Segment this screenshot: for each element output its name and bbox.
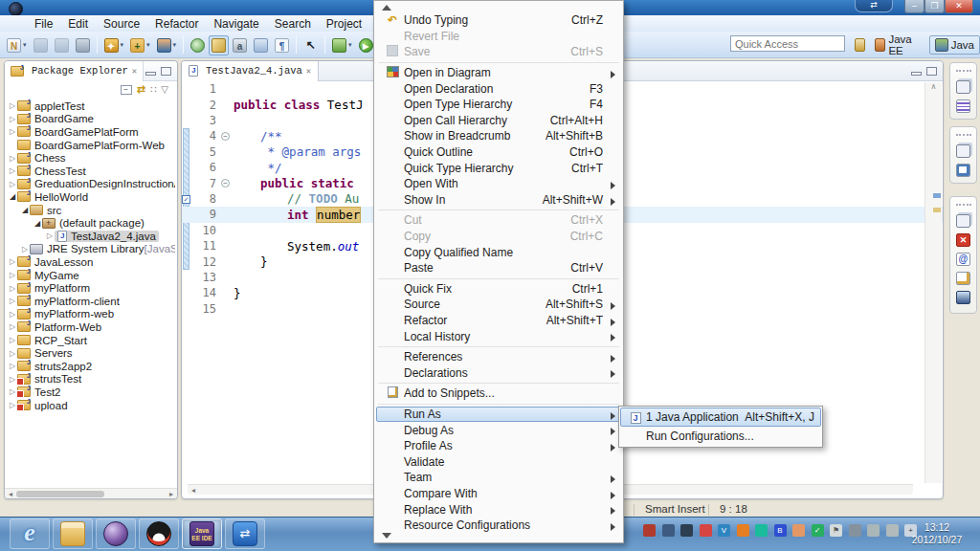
submenu-item-run-configurations-[interactable]: Run Configurations... [620,427,821,446]
expand-arrow-icon[interactable]: ▷ [8,166,17,175]
expand-arrow-icon[interactable]: ▷ [8,154,17,163]
tree-item[interactable]: ◢(default package) [33,216,145,230]
tree-item[interactable]: ▷Servers [8,346,73,360]
taskbar-clock[interactable]: 13:12 2012/10/27 [907,521,967,546]
debug-icon[interactable]: ▾ [329,35,355,55]
tree-item[interactable]: ▷JRE System Library [JavaSE-1. [20,243,175,256]
expand-arrow-icon[interactable]: ▷ [8,349,17,358]
qq-tray-icon[interactable] [792,524,805,537]
overview-writeoccurrence-mark[interactable] [933,208,941,212]
package-explorer-tab[interactable]: Package Explorer ✕ [5,61,144,81]
editor-tab[interactable]: TestJava2_4.java ✕ [182,61,319,81]
sogou-icon[interactable] [700,524,712,537]
restore-view-icon[interactable] [956,144,970,158]
ann-icon[interactable]: a [230,35,250,55]
tree-item[interactable]: ▷myPlatform-client [8,295,120,308]
tree-item[interactable]: ▷MyGame [8,269,79,282]
ime-icon[interactable] [680,524,693,537]
expand-arrow-icon[interactable]: ▷ [20,245,30,253]
expand-arrow-icon[interactable]: ▷ [45,231,55,240]
recorder-icon[interactable] [643,524,656,537]
tree-item[interactable]: ▷myPlatform-web [8,308,114,321]
collapse-all-icon[interactable]: − [121,85,132,95]
expand-arrow-icon[interactable]: ▷ [8,284,17,293]
menu-item-debug-as[interactable]: Debug As [376,422,621,438]
tree-item[interactable]: ▷RCP_Start [8,334,87,347]
taskbar-windows-explorer[interactable] [53,518,93,549]
expand-arrow-icon[interactable]: ▷ [8,115,17,123]
print-icon[interactable] [73,35,93,55]
overview-occurrence-mark[interactable] [933,193,941,198]
power-icon[interactable] [849,524,861,537]
expand-arrow-icon[interactable]: ▷ [8,127,17,136]
volume-icon[interactable] [886,524,899,537]
tree-item[interactable]: ▷Test2 [8,386,61,399]
new-icon[interactable]: N▾ [4,35,30,55]
expand-arrow-icon[interactable]: ◢ [33,219,42,228]
scroll-left-icon[interactable]: ◂ [188,486,199,495]
tree-item[interactable]: ▷Platform-Web [8,320,101,334]
menu-item-team[interactable]: Team [376,470,621,486]
brush-icon[interactable] [209,35,229,55]
messenger-icon[interactable] [755,524,768,537]
dropdown-caret-icon[interactable]: ▾ [146,41,150,49]
fold-collapse-icon[interactable]: − [221,132,230,141]
expand-arrow-icon[interactable]: ▷ [8,180,17,188]
menu-item-quick-fix[interactable]: Quick FixCtrl+1 [376,281,621,298]
outline-view-icon[interactable] [956,99,970,113]
menu-item-quick-type-hierarchy[interactable]: Quick Type HierarchyCtrl+T [376,160,621,176]
menu-edit[interactable]: Edit [60,16,96,32]
perspective-java[interactable]: Java [929,35,980,55]
view-close-icon[interactable]: ✕ [132,66,137,77]
dropdown-caret-icon[interactable]: ▾ [121,41,124,49]
dropdown-caret-icon[interactable]: ▾ [23,41,27,49]
view-menu-icon[interactable]: ▽ [161,84,168,95]
taskbar-teamviewer[interactable]: ⇄ [225,518,265,549]
menu-item-replace-with[interactable]: Replace With [376,501,621,518]
menu-item-validate[interactable]: Validate [376,453,621,470]
editor-vscrollbar[interactable]: ∧ [924,82,942,483]
scroll-up-icon[interactable]: ∧ [925,82,942,91]
menu-navigate[interactable]: Navigate [206,16,266,32]
restore-view-icon[interactable] [956,80,970,94]
javadoc-view-icon[interactable]: @ [956,253,970,266]
menu-source[interactable]: Source [96,16,147,32]
menu-search[interactable]: Search [267,16,319,32]
nfold-icon[interactable]: +▾ [127,35,153,55]
maximize-view-icon[interactable] [161,67,171,76]
expand-arrow-icon[interactable]: ▷ [8,322,17,331]
taskbar-javaee-ide[interactable]: Java EE IDE [182,518,222,549]
wiz-icon[interactable]: ✦▾ [101,35,127,55]
submenu-item-1-java-application[interactable]: J1 Java ApplicationAlt+Shift+X, J [620,408,821,427]
perspective-javaee[interactable]: Java EE [869,31,924,59]
menu-item-open-call-hierarchy[interactable]: Open Call HierarchyCtrl+Alt+H [376,113,621,129]
tree-item[interactable]: ▷GreduationDesignInstructionAndI [8,178,175,191]
tree-item[interactable]: ▷myPlatform [8,281,90,295]
tree-item[interactable]: ◢src [20,204,61,217]
menu-item-show-in[interactable]: Show InAlt+Shift+W [376,192,621,209]
menu-item-compare-with[interactable]: Compare With [376,486,621,502]
pilcrow-icon[interactable]: ¶ [272,35,292,55]
maximize-editor-icon[interactable] [926,67,937,76]
menu-item-run-as[interactable]: Run As [376,407,621,423]
minimize-editor-icon[interactable] [911,72,922,76]
menu-item-declarations[interactable]: Declarations [376,364,621,381]
problems-view-icon[interactable]: ✕ [956,233,970,247]
tree-item[interactable]: BoardGamePlatForm-Web [8,139,165,152]
maximize-button[interactable]: ❐ [924,0,945,13]
expand-arrow-icon[interactable]: ▷ [8,271,17,279]
tree-item[interactable]: ◢HelloWorld [8,190,88,204]
menu-item-add-to-snippets-[interactable]: Add to Snippets... [376,386,621,402]
media-icon[interactable] [662,524,675,537]
expand-arrow-icon[interactable]: ▷ [8,336,17,344]
tree-item[interactable]: ▷struts2app2 [8,360,92,373]
tree-item[interactable]: ▷Chess [8,151,66,165]
menu-scroll-down-icon[interactable] [382,533,391,539]
lens-icon[interactable] [188,35,208,55]
tree-item[interactable]: ▷ChessTest [8,165,86,178]
filters-icon[interactable]: ∷ [150,84,156,95]
mark-icon[interactable] [251,35,271,55]
menu-item-show-in-breadcrumb[interactable]: Show in BreadcrumbAlt+Shift+B [376,128,621,144]
console-view-icon[interactable] [956,291,970,304]
tab-close-icon[interactable]: ✕ [306,66,311,77]
